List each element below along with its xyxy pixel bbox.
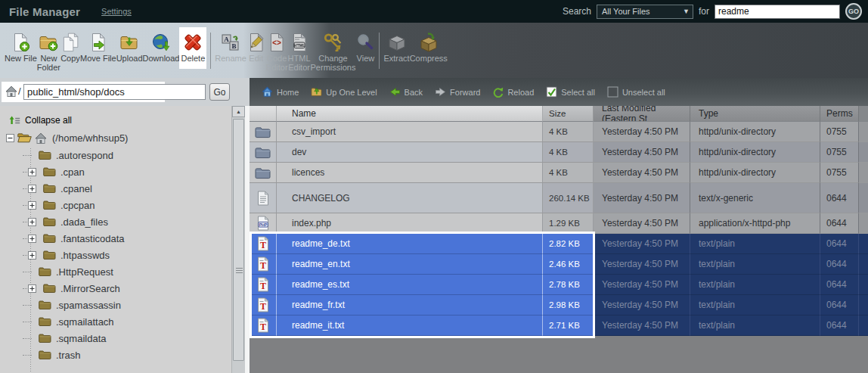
- tree-item-mirrorsearch[interactable]: .MirrorSearch: [0, 280, 231, 297]
- toolbar-item-change-permissions[interactable]: Change Permissions: [311, 30, 356, 72]
- plus-box-icon[interactable]: [28, 235, 36, 243]
- row-name[interactable]: CHANGELOG: [277, 183, 543, 213]
- minus-box-icon[interactable]: [6, 134, 14, 142]
- toolbar-item-code-editor[interactable]: <>Code Editor: [266, 30, 288, 72]
- tree-item-autorespond[interactable]: .autorespond: [0, 147, 231, 163]
- tree-item-sqmaildata[interactable]: .sqmaildata: [0, 330, 231, 347]
- row-name[interactable]: readme_fr.txt: [277, 295, 543, 315]
- nav-item-home[interactable]: Home: [262, 86, 299, 98]
- nav-item-back[interactable]: Back: [389, 86, 423, 98]
- table-row-readme-es-txt[interactable]: Treadme_es.txt2.78 KBYesterday 4:50 PMte…: [250, 275, 868, 295]
- tree-item-dada-files[interactable]: .dada_files: [0, 213, 231, 230]
- tree-item-label: .MirrorSearch: [60, 283, 120, 294]
- table-row-licences[interactable]: licences4 KBYesterday 4:50 PMhttpd/unix-…: [250, 163, 868, 183]
- tree-item-cpcpan[interactable]: .cpcpan: [0, 197, 231, 213]
- table-row-readme-en-txt[interactable]: Treadme_en.txt2.46 KBYesterday 4:50 PMte…: [250, 254, 868, 275]
- plus-box-icon[interactable]: [28, 185, 36, 193]
- row-name[interactable]: readme_en.txt: [277, 254, 543, 275]
- tree-item-httprequest[interactable]: .HttpRequest: [0, 263, 231, 280]
- toolbar-item-edit[interactable]: Edit: [246, 30, 266, 63]
- doc-icon: [250, 183, 277, 213]
- settings-link[interactable]: Settings: [101, 7, 132, 16]
- plus-box-icon[interactable]: [28, 201, 36, 210]
- table-row-dev[interactable]: dev4 KBYesterday 4:50 PMhttpd/unix-direc…: [250, 142, 868, 163]
- table-row-index-php[interactable]: PHPindex.php1.29 KBYesterday 4:50 PMappl…: [250, 213, 868, 234]
- header-type[interactable]: Type: [690, 106, 820, 122]
- row-name[interactable]: index.php: [277, 213, 543, 234]
- row-name[interactable]: licences: [277, 163, 543, 183]
- nav-item-reload[interactable]: Reload: [492, 86, 534, 98]
- select-all-icon: [546, 86, 557, 98]
- sidebar-scrollbar[interactable]: ▲: [231, 106, 245, 373]
- html-editor-icon: HTML: [290, 32, 309, 52]
- toolbar-separator: [379, 33, 380, 69]
- row-name[interactable]: dev: [277, 142, 543, 163]
- row-perms: 0644: [820, 295, 859, 315]
- search-scope-select[interactable]: All Your Files ▼: [597, 5, 693, 19]
- table-row-changelog[interactable]: CHANGELOG260.14 KBYesterday 4:50 PMtext/…: [250, 183, 868, 213]
- toolbar-item-move-file[interactable]: Move File: [80, 30, 116, 63]
- tree-item-cpan[interactable]: .cpan: [0, 163, 231, 180]
- tree-item-cpanel[interactable]: .cpanel: [0, 180, 231, 197]
- row-modified: Yesterday 4:50 PM: [594, 163, 690, 183]
- nav-toolbar: HomeUp One LevelBackForwardReloadSelect …: [250, 78, 868, 106]
- toolbar-item-copy[interactable]: Copy: [60, 30, 80, 63]
- toolbar-item-new-folder[interactable]: New Folder: [37, 30, 60, 72]
- nav-item-select-all[interactable]: Select all: [546, 86, 595, 98]
- up-one-level-icon: [311, 86, 322, 98]
- plus-box-icon[interactable]: [28, 218, 36, 226]
- collapse-all[interactable]: Collapse all: [0, 112, 231, 129]
- toolbar-item-download[interactable]: Download: [143, 30, 180, 63]
- row-gutter: [859, 142, 868, 163]
- plus-box-icon[interactable]: [28, 284, 36, 293]
- toolbar-item-view[interactable]: View: [355, 30, 375, 63]
- tree-item-htpasswds[interactable]: .htpasswds: [0, 247, 231, 263]
- path-home-icon[interactable]: [5, 85, 17, 97]
- main-area: Collapse all (/home/whhsup5) .autorespon…: [0, 106, 868, 373]
- row-gutter: [859, 183, 868, 213]
- path-input[interactable]: [23, 84, 206, 100]
- nav-item-unselect-all[interactable]: Unselect all: [607, 86, 665, 98]
- toolbar-item-extract[interactable]: Extract: [383, 30, 409, 63]
- plus-box-icon[interactable]: [28, 251, 36, 260]
- nav-item-forward[interactable]: Forward: [435, 86, 480, 98]
- toolbar-item-rename[interactable]: ABRename: [215, 30, 246, 63]
- toolbar-item-delete[interactable]: Delete: [179, 27, 206, 69]
- row-name[interactable]: readme_it.txt: [277, 315, 543, 336]
- tree-item-fantasticodata[interactable]: .fantasticodata: [0, 230, 231, 247]
- toolbar-item-html-editor[interactable]: HTMLHTML Editor: [288, 30, 311, 72]
- tree-item-label: .fantasticodata: [60, 233, 125, 244]
- table-row-readme-fr-txt[interactable]: Treadme_fr.txt2.98 KBYesterday 4:50 PMte…: [250, 295, 868, 315]
- path-go-button[interactable]: Go: [209, 83, 230, 101]
- row-perms: 0755: [820, 142, 859, 163]
- header-last-modified[interactable]: Last Modified (Eastern St: [594, 106, 690, 122]
- row-name[interactable]: csv_import: [277, 122, 543, 142]
- plus-box-icon[interactable]: [28, 168, 36, 176]
- toolbar-item-compress[interactable]: Compress: [410, 30, 448, 63]
- tree-item-spamassassin[interactable]: .spamassassin: [0, 297, 231, 313]
- row-type: httpd/unix-directory: [690, 142, 820, 163]
- search-input[interactable]: [715, 5, 840, 19]
- row-name[interactable]: readme_de.txt: [277, 234, 543, 254]
- scrollbar-handle[interactable]: [233, 119, 244, 361]
- new-folder-icon: [39, 32, 58, 52]
- scrollbar-up-arrow[interactable]: ▲: [232, 106, 245, 117]
- table-row-readme-de-txt[interactable]: Treadme_de.txt2.82 KBYesterday 4:50 PMte…: [250, 234, 868, 254]
- header-perms[interactable]: Perms: [820, 106, 859, 122]
- toolbar-item-upload[interactable]: Upload: [116, 30, 143, 63]
- table-row-csv-import[interactable]: csv_import4 KBYesterday 4:50 PMhttpd/uni…: [250, 122, 868, 142]
- toolbar-item-new-file[interactable]: New File: [5, 30, 37, 63]
- scrollbar-grip: [236, 268, 243, 275]
- folder-icon: [43, 250, 56, 260]
- tree-item-sqmailattach[interactable]: .sqmailattach: [0, 313, 231, 330]
- row-name[interactable]: readme_es.txt: [277, 275, 543, 295]
- header-size[interactable]: Size: [543, 106, 594, 122]
- nav-item-up-one-level[interactable]: Up One Level: [311, 86, 377, 98]
- txt-icon: T: [250, 295, 277, 315]
- row-perms: 0644: [820, 213, 859, 234]
- search-go-button[interactable]: GO: [845, 3, 862, 20]
- header-name[interactable]: Name: [277, 106, 543, 122]
- table-row-readme-it-txt[interactable]: Treadme_it.txt2.71 KBYesterday 4:50 PMte…: [250, 315, 868, 336]
- tree-root-home[interactable]: (/home/whhsup5): [0, 129, 231, 147]
- tree-item-trash[interactable]: .trash: [0, 347, 231, 363]
